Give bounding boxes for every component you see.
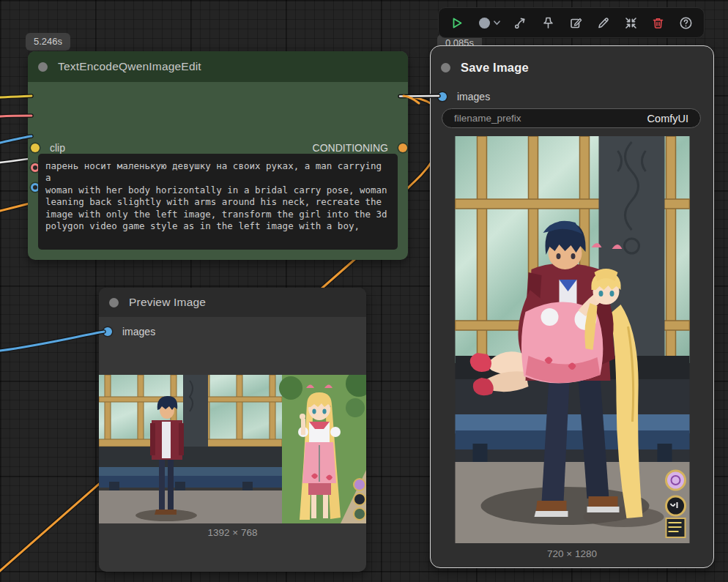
collapse-to-center-icon <box>624 16 638 30</box>
node-title: TextEncodeQwenImageEdit <box>58 60 201 73</box>
collapse-dot[interactable] <box>441 63 450 72</box>
pin-icon <box>541 16 555 30</box>
prompt-textarea[interactable]: парень носит маленькую девушку на своих … <box>38 154 398 250</box>
wire-image <box>0 136 31 143</box>
run-button[interactable] <box>450 16 464 30</box>
canvas-toolbar <box>438 7 705 38</box>
preview-artwork <box>99 375 366 523</box>
images-slot-dot[interactable] <box>438 92 447 101</box>
filename-prefix-widget[interactable]: filename_prefix ComfyUI <box>442 108 701 128</box>
execution-time-badge: 5.246s <box>26 33 70 51</box>
slot-label: images <box>457 91 490 102</box>
images-slot-dot[interactable] <box>103 327 112 336</box>
collapse-dot[interactable] <box>38 62 48 72</box>
saved-artwork <box>455 136 690 543</box>
queue-status-circle-icon <box>478 16 491 30</box>
collapse-button[interactable] <box>624 16 638 30</box>
node-title: Save Image <box>461 61 529 75</box>
pin-button[interactable] <box>541 16 555 30</box>
conditioning-slot-dot[interactable] <box>398 143 407 152</box>
chevron-down-icon <box>494 20 500 26</box>
widget-value: ComfyUI <box>647 113 688 124</box>
wire-images-preview <box>0 332 104 351</box>
widget-label: filename_prefix <box>454 113 521 124</box>
node-title: Preview Image <box>129 296 206 309</box>
node-preview-image[interactable]: Preview Image images <box>99 288 366 572</box>
edit-box-icon <box>569 16 583 30</box>
goto-node-icon <box>513 16 527 30</box>
preview-image-thumbnail[interactable] <box>99 375 366 523</box>
help-icon <box>679 16 693 30</box>
delete-button[interactable] <box>651 16 665 30</box>
node-header[interactable]: Preview Image <box>99 288 366 317</box>
wire-clip <box>0 96 31 97</box>
goto-node-button[interactable] <box>513 16 527 30</box>
slot-label: clip <box>50 142 65 154</box>
trash-icon <box>651 16 665 30</box>
slot-label: CONDITIONING <box>313 142 388 154</box>
image-dimensions-caption: 720 × 1280 <box>431 548 713 559</box>
collapse-dot[interactable] <box>109 298 119 307</box>
node-save-image[interactable]: Save Image images filename_prefix ComfyU… <box>430 45 714 568</box>
prompt-text: парень носит маленькую девушку на своих … <box>45 160 390 232</box>
clip-slot-dot[interactable] <box>31 143 40 152</box>
node-header[interactable]: TextEncodeQwenImageEdit <box>28 51 408 82</box>
input-slot-images[interactable]: images <box>438 86 490 106</box>
queue-status-button[interactable] <box>478 16 500 30</box>
pencil-icon <box>596 16 610 30</box>
wire-vae <box>0 116 31 116</box>
saved-image-preview[interactable] <box>455 136 690 543</box>
node-text-encode-qwen-image-edit[interactable]: TextEncodeQwenImageEdit clip vae image C… <box>28 51 408 260</box>
node-header[interactable]: Save Image <box>431 54 713 81</box>
rename-button[interactable] <box>596 16 610 30</box>
input-slot-images[interactable]: images <box>103 321 155 341</box>
image-dimensions-caption: 1392 × 768 <box>99 527 366 538</box>
slot-label: images <box>122 326 155 337</box>
node-graph-canvas[interactable]: 5.246s 0.085s TextEncodeQwenImageEdit cl… <box>0 0 728 582</box>
edit-workflow-button[interactable] <box>569 16 583 30</box>
help-button[interactable] <box>679 16 693 30</box>
play-icon <box>450 16 464 30</box>
